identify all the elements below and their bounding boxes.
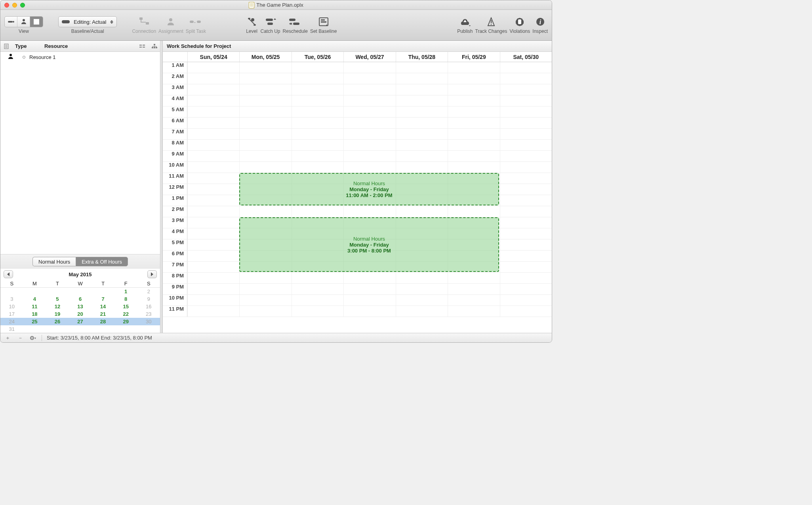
- schedule-cell[interactable]: [500, 251, 552, 261]
- view-resource-button[interactable]: [17, 17, 30, 27]
- schedule-cell[interactable]: [187, 62, 239, 73]
- schedule-cell[interactable]: [448, 62, 499, 73]
- calendar-day-cell[interactable]: 30: [137, 318, 160, 325]
- schedule-cell[interactable]: [500, 262, 552, 272]
- schedule-cell[interactable]: [187, 295, 239, 306]
- schedule-cell[interactable]: [500, 173, 552, 184]
- calendar-day-cell[interactable]: [91, 288, 114, 295]
- calendar-week-row[interactable]: 31: [0, 325, 160, 333]
- calendar-day-cell[interactable]: [137, 325, 160, 333]
- calendar-day-cell[interactable]: [0, 288, 23, 295]
- schedule-cell[interactable]: [500, 206, 552, 217]
- publish-button[interactable]: [458, 16, 472, 27]
- schedule-cell[interactable]: [500, 228, 552, 239]
- calendar-day-cell[interactable]: 5: [46, 295, 69, 303]
- schedule-grid[interactable]: 1 AM2 AM3 AM4 AM5 AM6 AM7 AM8 AM9 AM10 A…: [163, 62, 552, 333]
- schedule-cell[interactable]: [187, 251, 239, 261]
- schedule-cell[interactable]: [187, 206, 239, 217]
- calendar-day-cell[interactable]: [46, 325, 69, 333]
- schedule-cell[interactable]: [500, 118, 552, 128]
- calendar-day-cell[interactable]: 24: [0, 318, 23, 325]
- schedule-cell[interactable]: [239, 306, 291, 317]
- schedule-cell[interactable]: [343, 162, 395, 173]
- schedule-cell[interactable]: [448, 295, 499, 306]
- calendar-day-cell[interactable]: 20: [69, 310, 92, 318]
- prev-month-button[interactable]: [4, 270, 13, 278]
- schedule-cell[interactable]: [396, 162, 448, 173]
- schedule-cell[interactable]: [239, 273, 291, 283]
- schedule-cell[interactable]: [292, 206, 343, 217]
- split-task-button[interactable]: [188, 16, 203, 27]
- calendar-week-row[interactable]: 3456789: [0, 295, 160, 303]
- calendar-day-cell[interactable]: 7: [91, 295, 114, 303]
- schedule-cell[interactable]: [448, 306, 499, 317]
- schedule-cell[interactable]: [239, 151, 291, 161]
- calendar-day-cell[interactable]: 11: [23, 303, 46, 310]
- schedule-cell[interactable]: [187, 84, 239, 95]
- schedule-cell[interactable]: [187, 184, 239, 195]
- schedule-cell[interactable]: [292, 306, 343, 317]
- schedule-cell[interactable]: [343, 73, 395, 84]
- schedule-cell[interactable]: [343, 62, 395, 73]
- schedule-cell[interactable]: [396, 129, 448, 139]
- schedule-cell[interactable]: [239, 84, 291, 95]
- schedule-cell[interactable]: [343, 306, 395, 317]
- schedule-cell[interactable]: [500, 73, 552, 84]
- schedule-cell[interactable]: [448, 206, 499, 217]
- set-baseline-button[interactable]: [317, 16, 330, 27]
- calendar-day-cell[interactable]: [69, 325, 92, 333]
- schedule-cell[interactable]: [239, 206, 291, 217]
- calendar-day-cell[interactable]: [91, 325, 114, 333]
- assignment-button[interactable]: [165, 16, 177, 27]
- schedule-cell[interactable]: [448, 106, 499, 117]
- calendar-day-cell[interactable]: 22: [114, 310, 137, 318]
- schedule-cell[interactable]: [396, 206, 448, 217]
- calendar-day-cell[interactable]: 18: [23, 310, 46, 318]
- baseline-actual-dropdown[interactable]: Editing: Actual: [58, 16, 117, 27]
- schedule-cell[interactable]: [187, 129, 239, 139]
- calendar-day-cell[interactable]: 29: [114, 318, 137, 325]
- track-changes-button[interactable]: [486, 16, 497, 27]
- remove-button[interactable]: －: [16, 334, 24, 342]
- schedule-cell[interactable]: [500, 95, 552, 106]
- schedule-cell[interactable]: [292, 140, 343, 150]
- outline-row[interactable]: Resource 1: [0, 52, 160, 62]
- calendar-day-cell[interactable]: 23: [137, 310, 160, 318]
- schedule-cell[interactable]: [239, 62, 291, 73]
- schedule-cell[interactable]: [500, 239, 552, 250]
- schedule-cell[interactable]: [500, 140, 552, 150]
- level-button[interactable]: [246, 16, 258, 27]
- schedule-cell[interactable]: [396, 273, 448, 283]
- schedule-cell[interactable]: [239, 106, 291, 117]
- schedule-cell[interactable]: [396, 84, 448, 95]
- calendar-day-cell[interactable]: 6: [69, 295, 92, 303]
- schedule-cell[interactable]: [343, 118, 395, 128]
- schedule-cell[interactable]: [396, 295, 448, 306]
- tab-extra-off-hours[interactable]: Extra & Off Hours: [76, 257, 128, 266]
- calendar-week-row[interactable]: 24252627282930: [0, 318, 160, 325]
- schedule-cell[interactable]: [396, 106, 448, 117]
- schedule-cell[interactable]: [187, 262, 239, 272]
- schedule-cell[interactable]: [396, 306, 448, 317]
- schedule-cell[interactable]: [396, 73, 448, 84]
- schedule-cell[interactable]: [187, 284, 239, 294]
- outline-hierarchy-icon[interactable]: [151, 43, 158, 49]
- calendar-day-cell[interactable]: 14: [91, 303, 114, 310]
- schedule-cell[interactable]: [343, 84, 395, 95]
- calendar-day-cell[interactable]: 13: [69, 303, 92, 310]
- outline-twocol-icon[interactable]: [139, 43, 145, 49]
- schedule-cell[interactable]: [292, 84, 343, 95]
- calendar-day-cell[interactable]: [46, 288, 69, 295]
- action-menu-button[interactable]: [29, 334, 37, 342]
- schedule-cell[interactable]: [292, 95, 343, 106]
- schedule-cell[interactable]: [187, 140, 239, 150]
- schedule-cell[interactable]: [187, 217, 239, 228]
- schedule-cell[interactable]: [343, 140, 395, 150]
- next-month-button[interactable]: [147, 270, 157, 278]
- calendar-day-cell[interactable]: 31: [0, 325, 23, 333]
- schedule-cell[interactable]: [448, 162, 499, 173]
- schedule-cell[interactable]: [239, 162, 291, 173]
- schedule-block[interactable]: Normal HoursMonday - Friday3:00 PM - 8:0…: [239, 217, 499, 272]
- schedule-cell[interactable]: [187, 228, 239, 239]
- inspect-button[interactable]: i: [534, 16, 547, 27]
